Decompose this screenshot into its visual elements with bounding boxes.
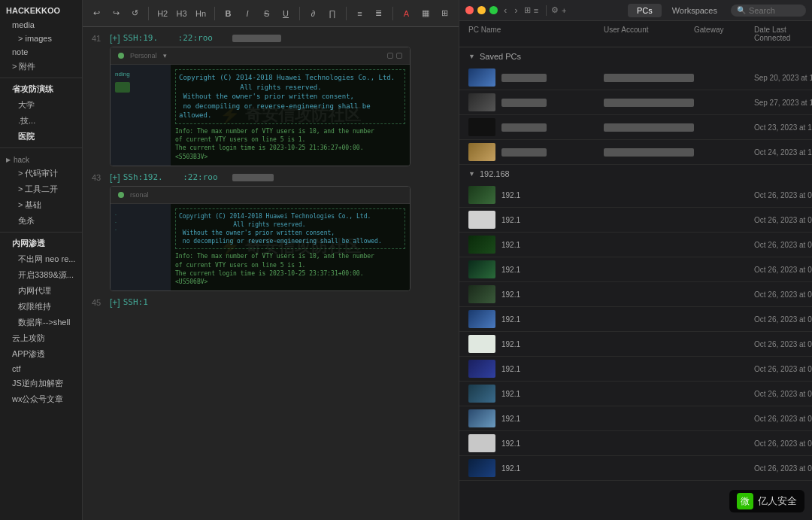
- pc-row-2[interactable]: Sep 27, 2023 at 10:25: [459, 90, 812, 115]
- brand-name: 亿人安全: [758, 494, 797, 508]
- link-button[interactable]: ∂: [305, 5, 321, 22]
- line-text-41: SSH:19. :22:roo: [123, 33, 282, 43]
- italic-button[interactable]: I: [239, 5, 255, 22]
- pc-account-3: [604, 123, 694, 132]
- close-button[interactable]: [465, 6, 474, 14]
- pc-name-16: 192.1: [501, 464, 520, 473]
- sidebar-item-cloud[interactable]: 云上攻防: [0, 330, 82, 346]
- pc-date-13: Oct 26, 2023 at 00:30: [754, 390, 812, 398]
- sidebar-item-media[interactable]: media: [0, 18, 82, 32]
- line-41: 41 [+] SSH:19. :22:roo: [92, 33, 450, 44]
- list-icon[interactable]: ≡: [534, 6, 538, 15]
- maximize-icon: [396, 53, 402, 59]
- screenshot-header-1: Personal ▾: [111, 47, 410, 65]
- back-button[interactable]: ‹: [502, 5, 508, 16]
- section-label-saved: Saved PCs: [480, 52, 521, 61]
- strikethrough-button[interactable]: S: [259, 5, 274, 22]
- pc-account-2: [604, 99, 694, 107]
- pc-row-15[interactable]: 192.1 Oct 26, 2023 at 00:28: [459, 431, 812, 456]
- pc-date-6: Oct 26, 2023 at 00:38: [754, 216, 812, 224]
- screenshot-label-2: rsonal: [130, 191, 149, 199]
- sidebar-item-db-shell[interactable]: 数据库-->shell: [0, 315, 82, 330]
- h3-button[interactable]: H3: [174, 5, 189, 22]
- list2-button[interactable]: ≣: [371, 5, 386, 22]
- pc-row-4[interactable]: Oct 24, 2023 at 17:30: [459, 140, 812, 165]
- pc-row-14[interactable]: 192.1 Oct 26, 2023 at 00:59: [459, 406, 812, 431]
- pc-row-12[interactable]: 192.1 Oct 26, 2023 at 00:31: [459, 357, 812, 382]
- sidebar-item-proxy[interactable]: 内网代理: [0, 283, 82, 299]
- sidebar-item-attachment[interactable]: > 附件: [0, 59, 82, 75]
- color-button[interactable]: A: [398, 5, 414, 22]
- sidebar-item-persist[interactable]: 权限维持: [0, 299, 82, 315]
- section-saved-pcs[interactable]: ▼ Saved PCs: [459, 47, 812, 65]
- pc-row-6[interactable]: 192.1 Oct 26, 2023 at 00:38: [459, 208, 812, 233]
- sidebar-item-code-audit[interactable]: > 代码审计: [0, 166, 82, 181]
- plus-icon[interactable]: +: [562, 6, 566, 15]
- list-button[interactable]: ≡: [352, 5, 368, 22]
- pc-date-2: Sep 27, 2023 at 10:25: [754, 99, 812, 107]
- section-192[interactable]: ▼ 192.168: [459, 165, 812, 183]
- pc-row-9[interactable]: 192.1 Oct 26, 2023 at 00:35: [459, 282, 812, 307]
- sidebar-item-wechat-articles[interactable]: wx公众号文章: [0, 391, 82, 407]
- h2-button[interactable]: H2: [154, 5, 170, 22]
- sidebar-item-no-outnet[interactable]: 不出网 neo re...: [0, 251, 82, 267]
- refresh-button[interactable]: ↺: [127, 5, 143, 22]
- sidebar-item-province[interactable]: 省攻防演练: [0, 81, 82, 97]
- pc-row-3[interactable]: Oct 23, 2023 at 15:53: [459, 115, 812, 140]
- code-button[interactable]: ⊞: [437, 5, 453, 22]
- pc-list: ▼ Saved PCs Sep 20, 2023 at 12:10 Se: [459, 47, 812, 520]
- forward-button[interactable]: ›: [513, 5, 519, 16]
- sidebar-item-ctf[interactable]: ctf: [0, 362, 82, 376]
- pc-thumb-13: [468, 385, 495, 403]
- nav-item-1: ·: [115, 212, 166, 217]
- minimize-button[interactable]: [477, 6, 486, 14]
- hn-button[interactable]: Hn: [192, 5, 208, 22]
- pc-row-1[interactable]: Sep 20, 2023 at 12:10: [459, 65, 812, 90]
- image-button[interactable]: ∏: [324, 5, 340, 22]
- divider3: [0, 232, 82, 233]
- fullscreen-button[interactable]: [489, 6, 498, 14]
- sep4: [346, 7, 347, 20]
- pc-date-11: Oct 26, 2023 at 00:33: [754, 340, 812, 348]
- sidebar-item-js-reverse[interactable]: JS逆向加解密: [0, 376, 82, 391]
- sidebar-item-note[interactable]: note: [0, 45, 82, 59]
- pc-row-11[interactable]: 192.1 Oct 26, 2023 at 00:33: [459, 332, 812, 357]
- pc-row-13[interactable]: 192.1 Oct 26, 2023 at 00:30: [459, 382, 812, 406]
- sidebar-item-university[interactable]: 大学: [0, 97, 82, 113]
- table-button[interactable]: ▦: [417, 5, 433, 22]
- sidebar-item-basics[interactable]: > 基础: [0, 197, 82, 213]
- sidebar-item-hospital[interactable]: 医院: [0, 129, 82, 144]
- settings-icon[interactable]: ⚙: [551, 5, 559, 15]
- tab-pcs[interactable]: PCs: [628, 4, 662, 17]
- pc-name-1: [501, 74, 547, 82]
- search-bar[interactable]: 🔍: [731, 5, 806, 17]
- line-num-41: 41: [92, 33, 110, 43]
- undo-button[interactable]: ↩: [89, 5, 105, 22]
- sidebar-item-rdp[interactable]: 开启3389&源...: [0, 267, 82, 283]
- pc-date-1: Sep 20, 2023 at 12:10: [754, 74, 812, 82]
- sidebar-section-hack[interactable]: ▶ hack: [0, 151, 82, 166]
- sidebar-item-images[interactable]: > images: [0, 32, 82, 45]
- screenshot-block-44: rsonal · · · Copyright (C) 2014-2018 Hua…: [110, 186, 411, 292]
- right-topbar: ‹ › ⊞ ≡ ⚙ + PCs Workspaces 🔍: [459, 0, 812, 21]
- pc-row-5[interactable]: 192.1 Oct 26, 2023 at 00:45: [459, 183, 812, 208]
- search-input[interactable]: [749, 6, 801, 15]
- pc-row-8[interactable]: 192.1 Oct 26, 2023 at 00:36: [459, 257, 812, 282]
- grid-icon[interactable]: ⊞: [524, 5, 531, 15]
- redo-button[interactable]: ↪: [108, 5, 123, 22]
- bold-button[interactable]: B: [220, 5, 236, 22]
- underline-button[interactable]: U: [277, 5, 293, 22]
- col-gateway: Gateway: [694, 26, 754, 42]
- line-tag-43: [+]: [110, 172, 120, 183]
- tab-workspaces[interactable]: Workspaces: [663, 4, 726, 17]
- pc-row-16[interactable]: 192.1 Oct 26, 2023 at 01:23: [459, 456, 812, 481]
- sidebar-item-bypass[interactable]: 免杀: [0, 213, 82, 229]
- right-tabs: ⊞ ≡ ⚙ + PCs Workspaces: [524, 4, 726, 17]
- col-user-account: User Account: [604, 26, 694, 42]
- sidebar-item-intranet[interactable]: 内网渗透: [0, 236, 82, 251]
- pc-row-10[interactable]: 192.1 Oct 26, 2023 at 00:35: [459, 307, 812, 332]
- sidebar-item-app[interactable]: APP渗透: [0, 346, 82, 362]
- sidebar-item-tools[interactable]: > 工具二开: [0, 181, 82, 197]
- sidebar-item-tech[interactable]: .技...: [0, 113, 82, 129]
- pc-row-7[interactable]: 192.1 Oct 26, 2023 at 00:38: [459, 233, 812, 257]
